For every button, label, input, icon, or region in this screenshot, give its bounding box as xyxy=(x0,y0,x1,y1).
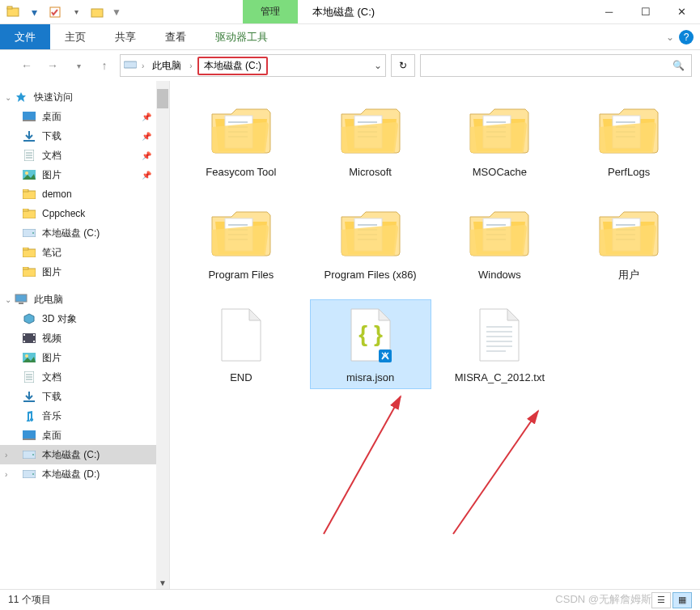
tree-item[interactable]: 图片📌 xyxy=(0,165,169,184)
star-icon xyxy=(15,91,28,104)
file-tab[interactable]: 文件 xyxy=(0,24,50,49)
address-bar[interactable]: › 此电脑 › 本地磁盘 (C:) ⌄ xyxy=(120,54,386,77)
file-label: PerfLogs xyxy=(608,166,650,180)
drive-crumb-icon xyxy=(124,60,137,72)
tree-item[interactable]: 桌面📌 xyxy=(0,107,169,126)
file-item[interactable]: Windows xyxy=(439,197,560,286)
svg-rect-39 xyxy=(23,438,36,440)
tree-label: 本地磁盘 (D:) xyxy=(42,468,100,481)
tree-item[interactable]: 桌面 xyxy=(0,426,169,445)
tree-item[interactable]: demon xyxy=(0,184,169,204)
file-item[interactable]: Program Files xyxy=(180,197,302,286)
tree-item[interactable]: 下载📌 xyxy=(0,126,169,146)
drive-icon xyxy=(23,448,36,461)
tree-item[interactable]: 图片 xyxy=(0,348,169,367)
tree-item[interactable]: 下载 xyxy=(0,387,169,406)
manage-tab[interactable]: 管理 xyxy=(243,0,298,23)
tree-item[interactable]: 视频 xyxy=(0,328,169,348)
file-item[interactable]: 用户 xyxy=(568,197,689,286)
svg-rect-37 xyxy=(23,400,35,402)
file-item[interactable]: PerfLogs xyxy=(568,94,689,184)
content-area[interactable]: Feasycom ToolMicrosoftMSOCachePerfLogsPr… xyxy=(170,81,700,589)
file-label: MSOCache xyxy=(473,166,527,180)
crumb-this-pc[interactable]: 此电脑 xyxy=(149,57,185,74)
tree-label: 下载 xyxy=(42,390,62,404)
tree-item[interactable]: 笔记 xyxy=(0,243,169,262)
tree-item[interactable]: ›本地磁盘 (C:) xyxy=(0,445,169,464)
qat-dropdown-icon[interactable]: ▾ xyxy=(26,4,42,20)
home-tab[interactable]: 主页 xyxy=(50,24,100,49)
file-label: MISRA_C_2012.txt xyxy=(455,371,545,385)
download-icon xyxy=(23,129,36,142)
forward-button[interactable]: → xyxy=(42,55,63,76)
tree-label: 本地磁盘 (C:) xyxy=(42,448,100,462)
close-button[interactable]: ✕ xyxy=(664,0,700,24)
file-item[interactable]: MISRA_C_2012.txt xyxy=(439,299,560,389)
ribbon-expand-icon[interactable]: ⌄ xyxy=(666,32,674,43)
file-item[interactable]: { }misra.json xyxy=(310,299,431,389)
tree-label: 3D 对象 xyxy=(42,312,77,326)
navigation-pane[interactable]: ⌄快速访问桌面📌下载📌文档📌图片📌demonCppcheck本地磁盘 (C:)笔… xyxy=(0,81,170,589)
sidebar-scrollbar[interactable]: ▼ xyxy=(156,81,169,589)
tree-label: 快速访问 xyxy=(34,91,73,104)
refresh-button[interactable]: ↻ xyxy=(391,54,415,77)
explorer-icon xyxy=(5,4,21,20)
file-item[interactable]: END xyxy=(180,299,302,389)
folder-icon xyxy=(460,98,538,163)
file-item[interactable]: Feasycom Tool xyxy=(180,94,302,184)
minimize-button[interactable]: ─ xyxy=(591,0,627,24)
tree-label: 图片 xyxy=(42,265,62,279)
share-tab[interactable]: 共享 xyxy=(100,24,151,49)
view-tab[interactable]: 查看 xyxy=(151,24,201,49)
quick-access-root[interactable]: ⌄快速访问 xyxy=(0,87,169,107)
file-item[interactable]: MSOCache xyxy=(439,94,560,184)
help-icon[interactable]: ? xyxy=(679,30,694,44)
tree-item[interactable]: 3D 对象 xyxy=(0,309,169,328)
svg-rect-21 xyxy=(23,248,28,250)
title-bar: ▾ ▾ ▼ 管理 本地磁盘 (C:) ─ ☐ ✕ xyxy=(0,0,700,24)
svg-line-92 xyxy=(324,396,401,534)
file-item[interactable]: Program Files (x86) xyxy=(310,197,431,286)
file-label: Program Files (x86) xyxy=(325,269,417,282)
tree-item[interactable]: 文档 xyxy=(0,367,169,387)
back-button[interactable]: ← xyxy=(16,55,37,76)
tree-item[interactable]: 音乐 xyxy=(0,406,169,426)
tree-item[interactable]: ›本地磁盘 (D:) xyxy=(0,464,169,484)
tree-item[interactable]: 图片 xyxy=(0,262,169,282)
search-box[interactable]: 🔍 xyxy=(420,54,693,77)
this-pc-root[interactable]: ⌄此电脑 xyxy=(0,290,169,309)
tree-item[interactable]: 本地磁盘 (C:) xyxy=(0,223,169,243)
up-button[interactable]: ↑ xyxy=(94,55,115,76)
folder-icon xyxy=(332,201,409,265)
scrollbar-down-icon[interactable]: ▼ xyxy=(156,576,169,589)
tree-label: 图片 xyxy=(42,168,62,182)
tree-label: Cppcheck xyxy=(42,208,85,219)
crumb-drive[interactable]: 本地磁盘 (C:) xyxy=(197,57,268,75)
svg-rect-29 xyxy=(33,334,35,336)
recent-dropdown[interactable]: ▾ xyxy=(68,55,89,76)
file-blank-icon xyxy=(202,303,280,368)
qat-dropdown2-icon[interactable]: ▾ xyxy=(68,4,84,20)
tree-item[interactable]: Cppcheck xyxy=(0,204,169,223)
address-dropdown-icon[interactable]: ⌄ xyxy=(374,60,382,71)
crumb-sep-icon[interactable]: › xyxy=(189,61,192,70)
drive-tools-tab[interactable]: 驱动器工具 xyxy=(201,24,282,49)
picture-icon xyxy=(23,168,36,181)
crumb-sep-icon[interactable]: › xyxy=(142,61,144,70)
tree-item[interactable]: 文档📌 xyxy=(0,146,169,165)
desktop-icon xyxy=(23,110,36,123)
properties-icon[interactable] xyxy=(47,4,63,20)
icons-view-button[interactable]: ▦ xyxy=(672,592,692,608)
file-item[interactable]: Microsoft xyxy=(310,94,431,184)
folder-icon xyxy=(23,188,36,201)
music-icon xyxy=(23,409,36,422)
maximize-button[interactable]: ☐ xyxy=(627,0,664,24)
window-title: 本地磁盘 (C:) xyxy=(312,5,375,19)
file-text-icon xyxy=(460,303,538,368)
file-label: 用户 xyxy=(618,269,639,282)
details-view-button[interactable]: ☰ xyxy=(651,592,671,608)
tree-label: 视频 xyxy=(42,332,62,345)
scrollbar-thumb[interactable] xyxy=(157,89,168,108)
qat-overflow-icon[interactable]: ▼ xyxy=(112,6,121,18)
folder-qat-icon[interactable] xyxy=(89,4,105,20)
